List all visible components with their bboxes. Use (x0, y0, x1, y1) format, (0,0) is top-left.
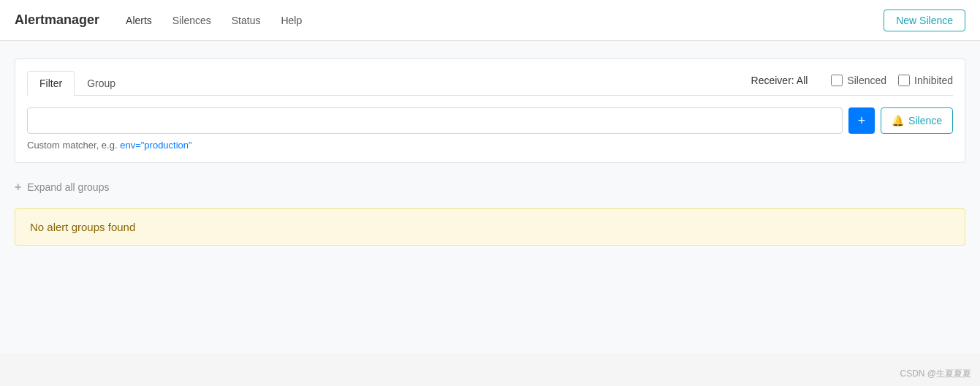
main-content: Filter Group Receiver: All Silenced Inhi… (0, 41, 980, 353)
silenced-label: Silenced (847, 75, 886, 86)
silenced-checkbox-label[interactable]: Silenced (831, 75, 886, 86)
inhibited-checkbox-label[interactable]: Inhibited (898, 75, 953, 86)
expand-all-groups[interactable]: + Expand all groups (15, 178, 965, 197)
no-alerts-message: No alert groups found (15, 208, 965, 246)
silenced-checkbox[interactable] (831, 75, 843, 86)
inhibited-checkbox[interactable] (898, 75, 910, 86)
filter-options: Receiver: All Silenced Inhibited (751, 75, 953, 92)
main-nav: Alerts Silences Status Help (117, 9, 884, 32)
silence-button[interactable]: 🔔 Silence (881, 107, 953, 134)
new-silence-button[interactable]: New Silence (884, 10, 965, 31)
app-brand: Alertmanager (15, 12, 99, 28)
custom-matcher-text: Custom matcher, e.g. (27, 140, 118, 151)
expand-icon: + (15, 181, 21, 194)
nav-help[interactable]: Help (272, 9, 311, 32)
filter-card: Filter Group Receiver: All Silenced Inhi… (15, 58, 965, 163)
nav-silences[interactable]: Silences (164, 9, 220, 32)
inhibited-label: Inhibited (914, 75, 953, 86)
nav-status[interactable]: Status (223, 9, 270, 32)
silence-bell-icon: 🔔 (892, 115, 904, 126)
tab-filter[interactable]: Filter (27, 71, 75, 96)
silence-button-label: Silence (908, 115, 942, 126)
custom-matcher-hint: Custom matcher, e.g. env="production" (27, 140, 953, 151)
no-alerts-text: No alert groups found (30, 221, 135, 233)
add-filter-button[interactable]: + (848, 107, 875, 134)
filter-input[interactable] (27, 107, 843, 134)
tab-group[interactable]: Group (75, 71, 128, 96)
nav-alerts[interactable]: Alerts (117, 9, 161, 32)
filter-tab-row: Filter Group Receiver: All Silenced Inhi… (27, 71, 953, 96)
filter-input-row: + 🔔 Silence (27, 107, 953, 134)
navbar-action-area: New Silence (884, 10, 965, 31)
filter-tabs: Filter Group (27, 71, 128, 95)
custom-matcher-example[interactable]: env="production" (120, 140, 192, 151)
receiver-label: Receiver: All (751, 75, 808, 86)
expand-all-label: Expand all groups (27, 181, 109, 193)
